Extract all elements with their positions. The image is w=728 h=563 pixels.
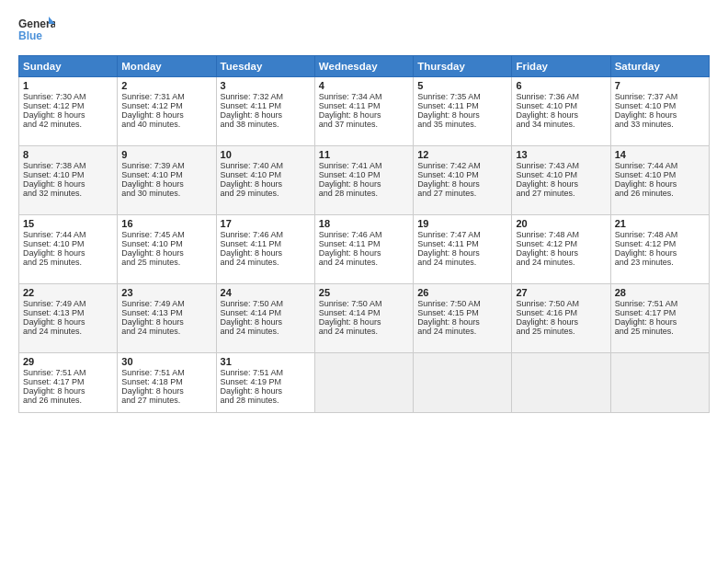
cell-line: Sunrise: 7:50 AM [417,299,507,308]
calendar-cell: 14Sunrise: 7:44 AMSunset: 4:10 PMDayligh… [610,146,709,215]
cell-line: Sunset: 4:13 PM [121,308,211,317]
calendar-cell [314,353,413,413]
calendar-cell: 26Sunrise: 7:50 AMSunset: 4:15 PMDayligh… [414,284,512,353]
cell-line: Sunrise: 7:46 AM [221,230,311,239]
day-number: 18 [319,218,409,229]
svg-text:Blue: Blue [18,29,42,42]
day-number: 23 [121,287,211,298]
cell-line: Daylight: 8 hours [121,179,211,189]
day-number: 24 [221,287,311,298]
day-number: 1 [23,80,113,91]
day-number: 30 [121,356,211,367]
calendar-cell: 5Sunrise: 7:35 AMSunset: 4:11 PMDaylight… [414,77,512,146]
cell-line: Sunset: 4:13 PM [23,308,113,317]
cell-line: and 38 minutes. [221,120,311,129]
cell-line: Daylight: 8 hours [417,110,507,120]
cell-line: and 27 minutes. [516,189,606,198]
cell-line: Sunrise: 7:51 AM [23,368,113,377]
cell-line: Sunrise: 7:30 AM [23,92,113,101]
cell-line: Sunrise: 7:43 AM [516,161,606,170]
cell-line: Sunset: 4:11 PM [221,239,311,248]
calendar-cell: 7Sunrise: 7:37 AMSunset: 4:10 PMDaylight… [610,77,709,146]
cell-line: Sunrise: 7:47 AM [417,230,507,239]
cell-line: Daylight: 8 hours [221,110,311,120]
calendar-cell: 9Sunrise: 7:39 AMSunset: 4:10 PMDaylight… [118,146,216,215]
cell-line: Daylight: 8 hours [221,179,311,189]
day-number: 12 [417,149,507,160]
header-row: SundayMondayTuesdayWednesdayThursdayFrid… [19,56,710,77]
cell-line: and 24 minutes. [417,258,507,267]
cell-line: Daylight: 8 hours [23,317,113,327]
day-number: 26 [417,287,507,298]
cell-line: Sunset: 4:11 PM [319,101,409,110]
cell-line: Sunset: 4:10 PM [121,170,211,179]
cell-line: Daylight: 8 hours [615,317,705,327]
cell-line: Sunrise: 7:51 AM [221,368,311,377]
calendar-cell: 21Sunrise: 7:48 AMSunset: 4:12 PMDayligh… [610,215,709,284]
day-number: 10 [221,149,311,160]
cell-line: Sunset: 4:10 PM [23,170,113,179]
calendar-cell: 1Sunrise: 7:30 AMSunset: 4:12 PMDaylight… [19,77,118,146]
cell-line: Sunset: 4:12 PM [615,239,705,248]
day-number: 21 [615,218,705,229]
day-number: 17 [221,218,311,229]
cell-line: Daylight: 8 hours [417,317,507,327]
cell-line: Sunrise: 7:44 AM [615,161,705,170]
cell-line: and 25 minutes. [23,258,113,267]
cell-line: and 28 minutes. [319,189,409,198]
cell-line: Daylight: 8 hours [121,317,211,327]
page: General Blue SundayMondayTuesdayWednesda… [0,0,728,563]
cell-line: and 23 minutes. [615,258,705,267]
calendar-cell: 22Sunrise: 7:49 AMSunset: 4:13 PMDayligh… [19,284,118,353]
cell-line: Sunset: 4:10 PM [23,239,113,248]
day-number: 6 [516,80,606,91]
cell-line: Daylight: 8 hours [516,248,606,258]
logo: General Blue [18,15,55,46]
cell-line: Sunset: 4:10 PM [516,101,606,110]
cell-line: Sunrise: 7:50 AM [221,299,311,308]
cell-line: Daylight: 8 hours [319,317,409,327]
cell-line: Daylight: 8 hours [23,110,113,120]
cell-line: Sunset: 4:15 PM [417,308,507,317]
day-number: 27 [516,287,606,298]
calendar-cell: 2Sunrise: 7:31 AMSunset: 4:12 PMDaylight… [118,77,216,146]
cell-line: and 42 minutes. [23,120,113,129]
cell-line: and 24 minutes. [516,258,606,267]
cell-line: Sunrise: 7:34 AM [319,92,409,101]
cell-line: Daylight: 8 hours [319,248,409,258]
cell-line: Daylight: 8 hours [221,386,311,396]
cell-line: Daylight: 8 hours [516,179,606,189]
cell-line: Sunset: 4:19 PM [221,377,311,386]
cell-line: Sunset: 4:17 PM [615,308,705,317]
cell-line: Sunrise: 7:40 AM [221,161,311,170]
calendar-cell [610,353,709,413]
day-number: 19 [417,218,507,229]
cell-line: Sunset: 4:10 PM [319,170,409,179]
cell-line: and 24 minutes. [417,327,507,336]
cell-line: Sunrise: 7:49 AM [23,299,113,308]
calendar-cell: 4Sunrise: 7:34 AMSunset: 4:11 PMDaylight… [314,77,413,146]
calendar-cell: 11Sunrise: 7:41 AMSunset: 4:10 PMDayligh… [314,146,413,215]
cell-line: Sunrise: 7:31 AM [121,92,211,101]
cell-line: Sunset: 4:10 PM [615,101,705,110]
cell-line: Daylight: 8 hours [23,179,113,189]
cell-line: Sunrise: 7:46 AM [319,230,409,239]
cell-line: and 33 minutes. [615,120,705,129]
cell-line: Sunset: 4:10 PM [417,170,507,179]
cell-line: Daylight: 8 hours [417,179,507,189]
calendar-cell: 15Sunrise: 7:44 AMSunset: 4:10 PMDayligh… [19,215,118,284]
cell-line: Daylight: 8 hours [221,317,311,327]
cell-line: Sunset: 4:11 PM [221,101,311,110]
cell-line: and 25 minutes. [615,327,705,336]
cell-line: Sunrise: 7:38 AM [23,161,113,170]
weekday-header: Monday [118,56,216,77]
cell-line: and 26 minutes. [615,189,705,198]
day-number: 2 [121,80,211,91]
cell-line: Sunrise: 7:42 AM [417,161,507,170]
cell-line: Sunrise: 7:41 AM [319,161,409,170]
cell-line: Daylight: 8 hours [516,317,606,327]
calendar-cell: 16Sunrise: 7:45 AMSunset: 4:10 PMDayligh… [118,215,216,284]
cell-line: and 27 minutes. [121,396,211,405]
calendar-cell [414,353,512,413]
day-number: 5 [417,80,507,91]
